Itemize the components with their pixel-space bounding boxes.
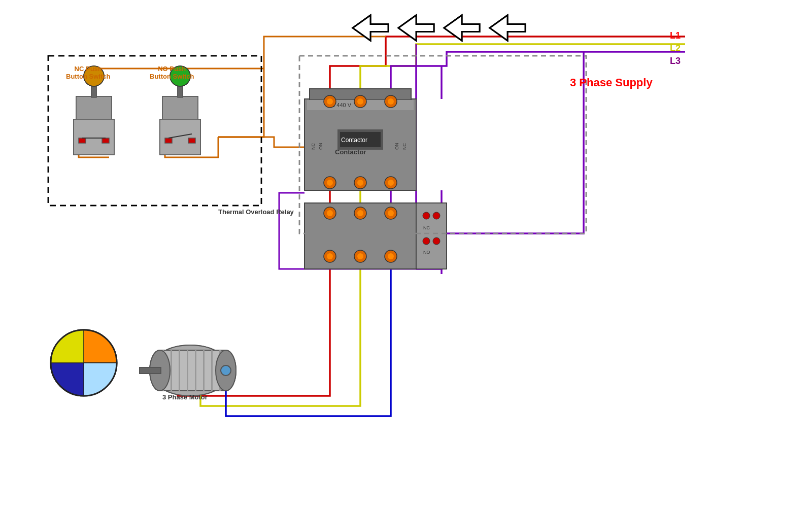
motor-label: 3 Phase Motor bbox=[162, 393, 208, 401]
L1-label: L1 bbox=[670, 30, 681, 41]
nc-push-button-label: NC PushButton Switch bbox=[66, 65, 110, 80]
L3-label: L3 bbox=[670, 56, 681, 66]
thermal-overload-label: Thermal Overload Relay bbox=[218, 208, 294, 216]
no-push-button-label: NO PushButton Switch bbox=[150, 65, 194, 80]
L2-label: L2 bbox=[670, 43, 681, 54]
contactor-label: Contactor bbox=[335, 148, 366, 156]
three-phase-supply-label: 3 Phase Supply bbox=[570, 76, 653, 89]
